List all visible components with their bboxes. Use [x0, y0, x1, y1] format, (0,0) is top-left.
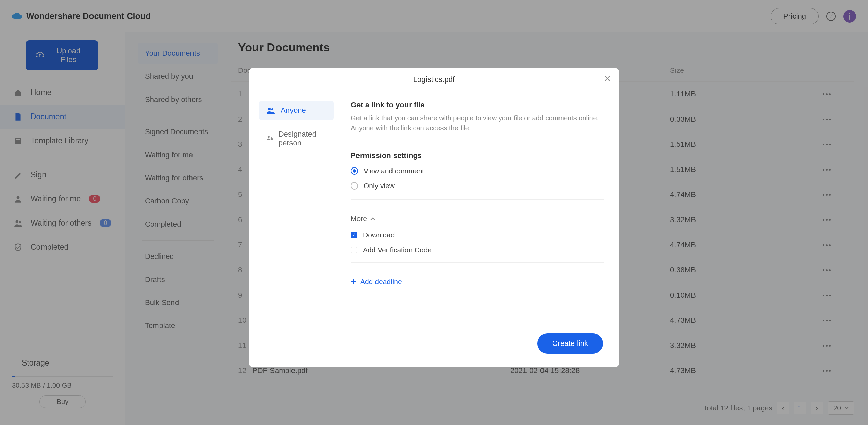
- permission-heading: Permission settings: [351, 151, 604, 160]
- chevron-up-icon: [370, 217, 375, 220]
- radio-only-view[interactable]: Only view: [351, 178, 604, 193]
- people-icon: [266, 107, 275, 114]
- checkbox-unchecked-icon: [351, 247, 357, 253]
- svg-point-6: [268, 108, 271, 110]
- svg-point-8: [268, 136, 270, 138]
- svg-rect-9: [271, 138, 273, 140]
- more-toggle[interactable]: More: [351, 208, 604, 228]
- radio-unchecked-icon: [351, 182, 358, 190]
- checkbox-verification-code[interactable]: Add Verification Code: [351, 243, 604, 258]
- modal-heading: Get a link to your file: [351, 101, 604, 109]
- modal-subtext: Get a link that you can share with peopl…: [351, 113, 604, 133]
- tab-designated-person[interactable]: Designated person: [259, 124, 334, 153]
- radio-checked-icon: [351, 167, 358, 175]
- checkbox-download[interactable]: Download: [351, 228, 604, 243]
- create-link-button[interactable]: Create link: [537, 333, 603, 354]
- checkbox-checked-icon: [351, 232, 357, 238]
- modal-close-button[interactable]: [604, 75, 611, 82]
- plus-icon: [351, 279, 357, 285]
- modal-title: Logistics.pdf: [413, 75, 455, 84]
- share-link-modal: Logistics.pdf Anyone Designated person G…: [249, 68, 619, 367]
- person-lock-icon: [266, 135, 273, 142]
- svg-point-7: [271, 108, 273, 110]
- add-deadline-button[interactable]: Add deadline: [351, 271, 604, 286]
- tab-anyone[interactable]: Anyone: [259, 101, 334, 120]
- radio-view-and-comment[interactable]: View and comment: [351, 163, 604, 178]
